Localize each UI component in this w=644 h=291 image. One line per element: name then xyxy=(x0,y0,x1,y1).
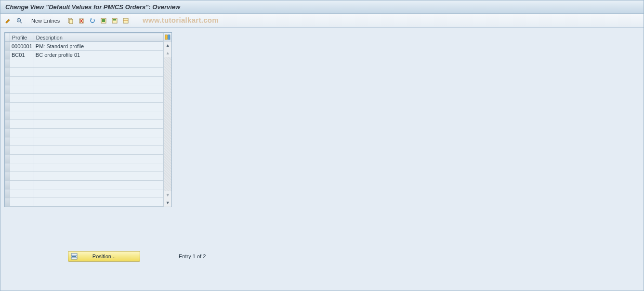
cell-description[interactable] xyxy=(34,120,163,129)
svg-line-1 xyxy=(20,21,22,23)
row-selector[interactable] xyxy=(5,155,10,163)
col-description[interactable]: Description xyxy=(34,33,163,42)
row-selector[interactable] xyxy=(5,85,10,94)
table-row-empty[interactable] xyxy=(5,137,163,146)
table-row-empty[interactable] xyxy=(5,120,163,129)
cell-description[interactable] xyxy=(34,111,163,120)
position-button[interactable]: Position... xyxy=(68,251,140,262)
cell-profile[interactable] xyxy=(10,146,34,155)
row-selector[interactable] xyxy=(5,103,10,111)
table-row[interactable]: 0000001 PM: Standard profile xyxy=(5,42,163,51)
change-icon[interactable] xyxy=(3,16,13,26)
cell-description[interactable] xyxy=(34,137,163,146)
new-entries-button[interactable]: New Entries xyxy=(28,16,63,25)
row-selector-header[interactable] xyxy=(5,33,10,42)
table-row-empty[interactable] xyxy=(5,181,163,189)
table-row[interactable]: BC01 BC order profile 01 xyxy=(5,51,163,59)
cell-profile[interactable] xyxy=(10,68,34,77)
table-row-empty[interactable] xyxy=(5,111,163,120)
table-row-empty[interactable] xyxy=(5,129,163,137)
copy-icon[interactable] xyxy=(66,16,75,26)
cell-profile[interactable] xyxy=(10,77,34,85)
scroll-up2-icon[interactable]: ▲ xyxy=(164,50,171,56)
row-selector[interactable] xyxy=(5,137,10,146)
cell-description[interactable] xyxy=(34,181,163,189)
deselect-all-icon[interactable] xyxy=(121,16,131,26)
scroll-down-icon[interactable]: ▼ xyxy=(164,199,171,206)
table-row-empty[interactable] xyxy=(5,77,163,85)
cell-description[interactable] xyxy=(34,146,163,155)
table-row-empty[interactable] xyxy=(5,198,163,207)
row-selector[interactable] xyxy=(5,68,10,77)
title-bar: Change View "Default Values for PM/CS Or… xyxy=(0,0,644,14)
row-selector[interactable] xyxy=(5,120,10,129)
row-selector[interactable] xyxy=(5,181,10,189)
select-block-icon[interactable] xyxy=(110,16,119,26)
cell-description[interactable] xyxy=(34,85,163,94)
cell-description[interactable]: PM: Standard profile xyxy=(34,42,163,51)
cell-description[interactable] xyxy=(34,103,163,111)
row-selector[interactable] xyxy=(5,172,10,181)
row-selector[interactable] xyxy=(5,42,10,51)
cell-description[interactable]: BC order profile 01 xyxy=(34,51,163,59)
cell-description[interactable] xyxy=(34,198,163,207)
cell-description[interactable] xyxy=(34,163,163,172)
cell-profile[interactable] xyxy=(10,172,34,181)
cell-profile[interactable] xyxy=(10,189,34,198)
table-row-empty[interactable] xyxy=(5,85,163,94)
table-row-empty[interactable] xyxy=(5,146,163,155)
row-selector[interactable] xyxy=(5,111,10,120)
table-row-empty[interactable] xyxy=(5,94,163,103)
row-selector[interactable] xyxy=(5,129,10,137)
cell-profile[interactable] xyxy=(10,137,34,146)
cell-description[interactable] xyxy=(34,172,163,181)
row-selector[interactable] xyxy=(5,189,10,198)
cell-profile[interactable]: 0000001 xyxy=(10,42,34,51)
cell-profile[interactable] xyxy=(10,198,34,207)
table-row-empty[interactable] xyxy=(5,172,163,181)
cell-profile[interactable]: BC01 xyxy=(10,51,34,59)
cell-profile[interactable] xyxy=(10,59,34,68)
configure-columns-icon[interactable] xyxy=(164,33,171,41)
row-selector[interactable] xyxy=(5,198,10,207)
undo-icon[interactable] xyxy=(88,16,97,26)
svg-rect-9 xyxy=(102,19,105,22)
cell-description[interactable] xyxy=(34,77,163,85)
table-row-empty[interactable] xyxy=(5,155,163,163)
row-selector[interactable] xyxy=(5,59,10,68)
scroll-up-icon[interactable]: ▲ xyxy=(164,42,171,49)
cell-profile[interactable] xyxy=(10,94,34,103)
select-all-icon[interactable] xyxy=(99,16,108,26)
table-row-empty[interactable] xyxy=(5,68,163,77)
cell-description[interactable] xyxy=(34,155,163,163)
table-row-empty[interactable] xyxy=(5,163,163,172)
cell-description[interactable] xyxy=(34,59,163,68)
row-selector[interactable] xyxy=(5,51,10,59)
display-icon[interactable] xyxy=(14,16,24,26)
table-row-empty[interactable] xyxy=(5,103,163,111)
watermark: www.tutorialkart.com xyxy=(143,16,219,24)
row-selector[interactable] xyxy=(5,94,10,103)
row-selector[interactable] xyxy=(5,163,10,172)
scroll-track[interactable] xyxy=(164,57,171,191)
cell-description[interactable] xyxy=(34,129,163,137)
cell-profile[interactable] xyxy=(10,181,34,189)
cell-profile[interactable] xyxy=(10,163,34,172)
table-row-empty[interactable] xyxy=(5,59,163,68)
cell-profile[interactable] xyxy=(10,111,34,120)
col-profile[interactable]: Profile xyxy=(10,33,34,42)
delete-icon[interactable] xyxy=(77,16,86,26)
cell-profile[interactable] xyxy=(10,129,34,137)
cell-profile[interactable] xyxy=(10,155,34,163)
cell-profile[interactable] xyxy=(10,103,34,111)
table-row-empty[interactable] xyxy=(5,189,163,198)
vertical-scrollbar[interactable]: ▲ ▲ ▼ ▼ xyxy=(164,33,171,207)
row-selector[interactable] xyxy=(5,77,10,85)
cell-description[interactable] xyxy=(34,189,163,198)
cell-profile[interactable] xyxy=(10,120,34,129)
scroll-down2-icon[interactable]: ▼ xyxy=(164,192,171,198)
row-selector[interactable] xyxy=(5,146,10,155)
cell-description[interactable] xyxy=(34,68,163,77)
cell-profile[interactable] xyxy=(10,85,34,94)
cell-description[interactable] xyxy=(34,94,163,103)
